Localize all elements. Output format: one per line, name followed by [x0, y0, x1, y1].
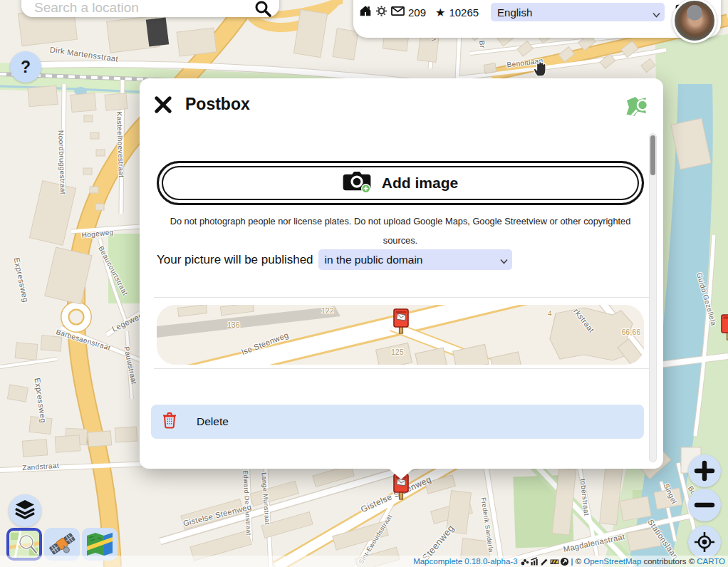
geolocate-icon: [693, 531, 716, 553]
close-icon[interactable]: [154, 95, 174, 115]
street-label: 136: [227, 321, 240, 329]
help-button[interactable]: ?: [10, 51, 41, 83]
construction-icon: [550, 557, 559, 566]
folded-map-icon: [85, 531, 115, 558]
messages-icon[interactable]: [391, 6, 405, 19]
postbox-marker-edge[interactable]: [719, 313, 728, 342]
language-select[interactable]: English: [491, 3, 665, 21]
osm-link[interactable]: OpenStreetMap: [583, 557, 641, 566]
mapcomplete-version-link[interactable]: Mapcomplete 0.18.0-alpha-3: [413, 557, 517, 566]
grab-cursor-icon: [532, 59, 549, 78]
street-label: 125: [391, 348, 404, 356]
layers-button[interactable]: [9, 494, 41, 527]
changeset-count[interactable]: 10265: [449, 6, 479, 19]
map-dark-building: [146, 17, 169, 46]
license-prefix: Your picture will be published: [157, 253, 313, 267]
zoom-in-button[interactable]: [688, 454, 721, 487]
messages-count[interactable]: 209: [408, 6, 426, 19]
chevron-down-icon: [652, 8, 660, 20]
image-disclaimer: Do not photograph people nor license pla…: [164, 212, 637, 251]
attribution-icons: [520, 557, 569, 566]
theme-logo-icon: [624, 95, 648, 120]
street-label: 66;66: [622, 328, 641, 336]
delete-label: Delete: [197, 415, 229, 428]
add-image-button[interactable]: Add image: [157, 161, 644, 205]
street-label: 4: [548, 310, 552, 318]
postbox-popup: Postbox Add image Do not photograph peop…: [140, 78, 663, 469]
chart-icon: [530, 557, 539, 566]
location-minimap[interactable]: 122136lse Steenweg1254rkstraat66;66: [157, 305, 644, 365]
search-bar: [21, 0, 279, 17]
divider: [154, 297, 649, 298]
delete-button[interactable]: Delete: [151, 405, 644, 439]
user-bar: Pieter vander Vennet 209 ★ 10265 English: [353, 0, 721, 38]
osm-carto-icon: [9, 531, 39, 558]
home-icon[interactable]: [359, 4, 372, 20]
street-label: 122: [321, 307, 334, 315]
satellite-icon: [47, 531, 77, 558]
add-image-label: Add image: [382, 175, 458, 192]
user-toolbar: 209 ★ 10265 English: [359, 3, 688, 21]
minus-icon: [694, 494, 715, 516]
attribution-bar: Mapcomplete 0.18.0-alpha-3 | © OpenStree…: [0, 556, 728, 567]
badge-icon: [520, 557, 529, 566]
help-label: ?: [21, 58, 31, 77]
dark-circle-icon: [560, 557, 569, 566]
divider: [154, 368, 649, 369]
popup-header: Postbox: [140, 78, 663, 131]
modal-scrollbar[interactable]: [649, 133, 657, 462]
chevron-down-icon: [500, 254, 508, 267]
camera-icon: [343, 171, 371, 196]
popup-pointer: [388, 468, 414, 479]
license-select[interactable]: in the public domain: [318, 249, 512, 270]
star-icon: ★: [435, 6, 445, 19]
carto-link[interactable]: CARTO: [697, 557, 725, 566]
trash-icon: [162, 412, 177, 432]
search-input[interactable]: [34, 0, 254, 16]
geolocate-button[interactable]: [688, 526, 721, 558]
plus-icon: [694, 460, 715, 482]
layers-icon: [14, 499, 36, 523]
language-value: English: [497, 6, 532, 19]
attribution-contributors: contributors ©: [643, 557, 695, 566]
scrollbar-thumb[interactable]: [650, 135, 655, 175]
attribution-separator: | ©: [571, 557, 582, 566]
settings-gear-icon[interactable]: [375, 5, 388, 20]
popup-title: Postbox: [185, 95, 250, 114]
license-row: Your picture will be published in the pu…: [157, 249, 512, 270]
avatar[interactable]: [672, 0, 717, 43]
license-value: in the public domain: [325, 254, 423, 266]
zoom-out-button[interactable]: [688, 489, 721, 521]
pencil-icon: [540, 557, 549, 566]
search-icon[interactable]: [254, 1, 272, 16]
